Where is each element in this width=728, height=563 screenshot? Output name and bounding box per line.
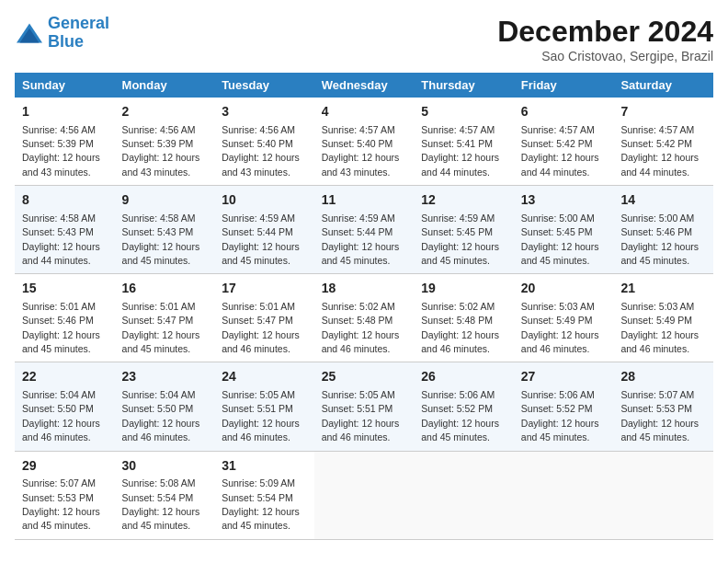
- day-info: Sunrise: 5:02 AMSunset: 5:48 PMDaylight:…: [322, 301, 400, 354]
- day-info: Sunrise: 5:07 AMSunset: 5:53 PMDaylight:…: [620, 389, 699, 442]
- day-number: 22: [22, 368, 108, 386]
- day-number: 23: [122, 368, 208, 386]
- calendar-day-cell: 24 Sunrise: 5:05 AMSunset: 5:51 PMDaylig…: [214, 362, 314, 451]
- calendar-day-cell: 6 Sunrise: 4:57 AMSunset: 5:42 PMDayligh…: [514, 98, 614, 186]
- day-info: Sunrise: 5:08 AMSunset: 5:54 PMDaylight:…: [122, 477, 200, 531]
- day-number: 18: [322, 280, 407, 298]
- day-of-week-header: Saturday: [613, 73, 713, 98]
- day-info: Sunrise: 5:05 AMSunset: 5:51 PMDaylight:…: [222, 389, 300, 442]
- calendar-week-row: 1 Sunrise: 4:56 AMSunset: 5:39 PMDayligh…: [15, 98, 713, 186]
- day-of-week-header: Wednesday: [314, 73, 415, 98]
- day-number: 16: [122, 280, 208, 298]
- day-number: 9: [122, 191, 208, 210]
- day-info: Sunrise: 5:04 AMSunset: 5:50 PMDaylight:…: [22, 389, 100, 442]
- day-number: 15: [22, 280, 108, 298]
- calendar-day-cell: [613, 451, 713, 539]
- day-number: 8: [22, 191, 108, 210]
- calendar-day-cell: 10 Sunrise: 4:59 AMSunset: 5:44 PMDaylig…: [214, 186, 314, 274]
- day-info: Sunrise: 4:59 AMSunset: 5:45 PMDaylight:…: [421, 213, 499, 266]
- page-header: General Blue December 2024 Sao Cristovao…: [15, 15, 713, 63]
- day-number: 24: [222, 368, 307, 386]
- day-number: 17: [222, 280, 307, 298]
- calendar-day-cell: 5 Sunrise: 4:57 AMSunset: 5:41 PMDayligh…: [414, 98, 514, 186]
- day-info: Sunrise: 5:03 AMSunset: 5:49 PMDaylight:…: [620, 301, 699, 354]
- day-info: Sunrise: 4:57 AMSunset: 5:42 PMDaylight:…: [521, 124, 599, 178]
- calendar-day-cell: 21 Sunrise: 5:03 AMSunset: 5:49 PMDaylig…: [613, 274, 713, 362]
- day-info: Sunrise: 4:56 AMSunset: 5:39 PMDaylight:…: [22, 124, 100, 178]
- month-title: December 2024: [497, 15, 713, 49]
- day-info: Sunrise: 5:03 AMSunset: 5:49 PMDaylight:…: [521, 301, 599, 354]
- calendar-day-cell: [414, 451, 514, 539]
- calendar-day-cell: 28 Sunrise: 5:07 AMSunset: 5:53 PMDaylig…: [613, 362, 713, 451]
- calendar-day-cell: 13 Sunrise: 5:00 AMSunset: 5:45 PMDaylig…: [514, 186, 614, 274]
- calendar-header-row: SundayMondayTuesdayWednesdayThursdayFrid…: [15, 73, 713, 98]
- calendar-day-cell: 16 Sunrise: 5:01 AMSunset: 5:47 PMDaylig…: [115, 274, 215, 362]
- day-number: 7: [620, 103, 706, 121]
- day-info: Sunrise: 4:57 AMSunset: 5:40 PMDaylight:…: [322, 124, 400, 178]
- day-info: Sunrise: 4:56 AMSunset: 5:40 PMDaylight:…: [222, 124, 300, 178]
- day-number: 30: [122, 457, 208, 476]
- day-info: Sunrise: 5:06 AMSunset: 5:52 PMDaylight:…: [421, 389, 499, 442]
- day-number: 31: [222, 457, 307, 476]
- calendar-day-cell: 31 Sunrise: 5:09 AMSunset: 5:54 PMDaylig…: [214, 451, 314, 539]
- calendar-day-cell: 19 Sunrise: 5:02 AMSunset: 5:48 PMDaylig…: [414, 274, 514, 362]
- day-number: 13: [521, 191, 607, 210]
- day-of-week-header: Sunday: [15, 73, 115, 98]
- day-info: Sunrise: 5:04 AMSunset: 5:50 PMDaylight:…: [122, 389, 200, 442]
- calendar-day-cell: 4 Sunrise: 4:57 AMSunset: 5:40 PMDayligh…: [314, 98, 415, 186]
- calendar-day-cell: 26 Sunrise: 5:06 AMSunset: 5:52 PMDaylig…: [414, 362, 514, 451]
- day-info: Sunrise: 4:59 AMSunset: 5:44 PMDaylight:…: [222, 213, 300, 266]
- title-block: December 2024 Sao Cristovao, Sergipe, Br…: [497, 15, 713, 63]
- day-info: Sunrise: 5:05 AMSunset: 5:51 PMDaylight:…: [322, 389, 400, 442]
- calendar-week-row: 8 Sunrise: 4:58 AMSunset: 5:43 PMDayligh…: [15, 186, 713, 274]
- day-number: 29: [22, 457, 108, 476]
- day-info: Sunrise: 4:57 AMSunset: 5:42 PMDaylight:…: [620, 124, 699, 178]
- day-of-week-header: Friday: [514, 73, 614, 98]
- calendar-day-cell: 14 Sunrise: 5:00 AMSunset: 5:46 PMDaylig…: [613, 186, 713, 274]
- day-info: Sunrise: 4:58 AMSunset: 5:43 PMDaylight:…: [122, 213, 200, 266]
- calendar-day-cell: [314, 451, 415, 539]
- calendar-day-cell: 18 Sunrise: 5:02 AMSunset: 5:48 PMDaylig…: [314, 274, 415, 362]
- calendar-table: SundayMondayTuesdayWednesdayThursdayFrid…: [15, 73, 713, 540]
- day-of-week-header: Monday: [115, 73, 215, 98]
- calendar-day-cell: 9 Sunrise: 4:58 AMSunset: 5:43 PMDayligh…: [115, 186, 215, 274]
- day-number: 26: [421, 368, 506, 386]
- calendar-day-cell: 27 Sunrise: 5:06 AMSunset: 5:52 PMDaylig…: [514, 362, 614, 451]
- day-number: 2: [122, 103, 208, 121]
- calendar-day-cell: 25 Sunrise: 5:05 AMSunset: 5:51 PMDaylig…: [314, 362, 415, 451]
- day-info: Sunrise: 4:58 AMSunset: 5:43 PMDaylight:…: [22, 213, 100, 266]
- calendar-day-cell: 2 Sunrise: 4:56 AMSunset: 5:39 PMDayligh…: [115, 98, 215, 186]
- calendar-day-cell: 8 Sunrise: 4:58 AMSunset: 5:43 PMDayligh…: [15, 186, 115, 274]
- logo: General Blue: [15, 15, 109, 52]
- day-number: 1: [22, 103, 108, 121]
- day-info: Sunrise: 5:07 AMSunset: 5:53 PMDaylight:…: [22, 477, 100, 531]
- day-number: 4: [322, 103, 407, 121]
- day-number: 3: [222, 103, 307, 121]
- calendar-day-cell: 23 Sunrise: 5:04 AMSunset: 5:50 PMDaylig…: [115, 362, 215, 451]
- day-number: 27: [521, 368, 607, 386]
- calendar-day-cell: 22 Sunrise: 5:04 AMSunset: 5:50 PMDaylig…: [15, 362, 115, 451]
- day-number: 5: [421, 103, 506, 121]
- day-info: Sunrise: 4:59 AMSunset: 5:44 PMDaylight:…: [322, 213, 400, 266]
- calendar-day-cell: 17 Sunrise: 5:01 AMSunset: 5:47 PMDaylig…: [214, 274, 314, 362]
- day-info: Sunrise: 5:06 AMSunset: 5:52 PMDaylight:…: [521, 389, 599, 442]
- day-number: 21: [620, 280, 706, 298]
- day-number: 12: [421, 191, 506, 210]
- day-info: Sunrise: 5:00 AMSunset: 5:45 PMDaylight:…: [521, 213, 599, 266]
- calendar-week-row: 15 Sunrise: 5:01 AMSunset: 5:46 PMDaylig…: [15, 274, 713, 362]
- day-info: Sunrise: 5:01 AMSunset: 5:46 PMDaylight:…: [22, 301, 100, 354]
- day-number: 19: [421, 280, 506, 298]
- day-number: 6: [521, 103, 607, 121]
- location: Sao Cristovao, Sergipe, Brazil: [497, 49, 713, 63]
- calendar-day-cell: 12 Sunrise: 4:59 AMSunset: 5:45 PMDaylig…: [414, 186, 514, 274]
- calendar-day-cell: [514, 451, 614, 539]
- calendar-day-cell: 20 Sunrise: 5:03 AMSunset: 5:49 PMDaylig…: [514, 274, 614, 362]
- calendar-day-cell: 15 Sunrise: 5:01 AMSunset: 5:46 PMDaylig…: [15, 274, 115, 362]
- day-of-week-header: Tuesday: [214, 73, 314, 98]
- day-number: 10: [222, 191, 307, 210]
- day-number: 14: [620, 191, 706, 210]
- calendar-week-row: 29 Sunrise: 5:07 AMSunset: 5:53 PMDaylig…: [15, 451, 713, 539]
- day-number: 11: [322, 191, 407, 210]
- calendar-day-cell: 11 Sunrise: 4:59 AMSunset: 5:44 PMDaylig…: [314, 186, 415, 274]
- calendar-week-row: 22 Sunrise: 5:04 AMSunset: 5:50 PMDaylig…: [15, 362, 713, 451]
